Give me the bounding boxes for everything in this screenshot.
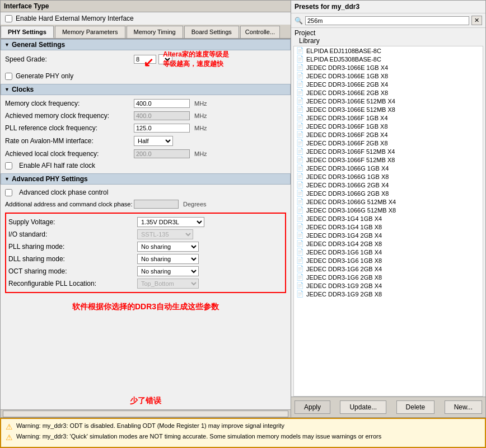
preset-item[interactable]: 📄ELPIDA EDJ5308BASE-8C	[294, 55, 483, 63]
file-icon: 📄	[296, 114, 304, 121]
advanced-clock-row: Advanced clock phase control	[1, 187, 291, 198]
advanced-clock-checkbox[interactable]	[5, 189, 12, 196]
presets-list: 📄ELPIDA EDJ1108BASE-8C📄ELPIDA EDJ5308BAS…	[293, 46, 483, 397]
file-icon: 📄	[296, 72, 304, 79]
preset-item[interactable]: 📄JEDEC DDR3-1066E 1GB X8	[294, 72, 483, 80]
search-row: 🔍 ✕	[291, 13, 485, 28]
delete-button[interactable]: Delete	[396, 400, 435, 414]
preset-item[interactable]: 📄JEDEC DDR3-1066E 2GB X8	[294, 88, 483, 97]
file-icon: 📄	[296, 148, 304, 155]
pll-sharing-select[interactable]: No sharing	[137, 242, 199, 252]
clocks-header: Clocks	[1, 84, 291, 95]
achieved-local-unit: MHz	[194, 150, 207, 157]
preset-item[interactable]: 📄JEDEC DDR3-1066F 2GB X8	[294, 139, 483, 147]
preset-item[interactable]: 📄JEDEC DDR3-1066G 512MB X8	[294, 206, 483, 214]
speed-grade-input[interactable]	[134, 55, 156, 64]
speed-grade-row: Speed Grade: ▼ ↙ Altera家的速度等级是 等级越高，速度越快	[1, 53, 291, 66]
right-panel: Presets for my_ddr3 🔍 ✕ Project Library …	[291, 0, 486, 418]
achieved-local-row: Achieved local clock frequency: MHz	[1, 148, 291, 160]
preset-item[interactable]: 📄JEDEC DDR3-1G4 1GB X8	[294, 223, 483, 231]
afi-checkbox[interactable]	[5, 162, 12, 169]
memory-clock-input[interactable]	[134, 99, 190, 108]
preset-item[interactable]: 📄JEDEC DDR3-1066F 512MB X8	[294, 155, 483, 164]
preset-item[interactable]: 📄JEDEC DDR3-1G6 1GB X8	[294, 256, 483, 265]
rate-row: Rate on Avalon-MM interface: Half Full	[1, 134, 291, 148]
achieved-memory-clock-row: Achieved memory clock frequency: MHz	[1, 110, 291, 122]
file-icon: 📄	[296, 215, 304, 222]
file-icon: 📄	[296, 265, 304, 272]
achieved-memory-clock-input	[134, 111, 190, 120]
tab-board-settings[interactable]: Board Settings	[184, 26, 239, 38]
search-input[interactable]	[305, 16, 469, 25]
library-label: Library	[295, 37, 482, 45]
preset-item[interactable]: 📄JEDEC DDR3-1066F 1GB X4	[294, 114, 483, 122]
preset-item[interactable]: 📄JEDEC DDR3-1066G 2GB X8	[294, 189, 483, 197]
preset-item[interactable]: 📄JEDEC DDR3-1G6 2GB X8	[294, 273, 483, 281]
preset-item[interactable]: 📄JEDEC DDR3-1066G 1GB X4	[294, 164, 483, 172]
tab-controller[interactable]: Controlle...	[240, 26, 280, 38]
dll-sharing-select[interactable]: No sharing	[137, 254, 199, 264]
file-icon: 📄	[296, 106, 304, 113]
preset-item[interactable]: 📄JEDEC DDR3-1066G 1GB X8	[294, 172, 483, 181]
generate-phy-checkbox[interactable]	[5, 73, 12, 80]
preset-item[interactable]: 📄JEDEC DDR3-1G9 2GB X8	[294, 290, 483, 298]
apply-button[interactable]: Apply	[295, 400, 330, 414]
preset-item[interactable]: 📄JEDEC DDR3-1066E 512MB X4	[294, 97, 483, 105]
update-button[interactable]: Update...	[340, 400, 386, 414]
preset-item[interactable]: 📄JEDEC DDR3-1G6 1GB X4	[294, 248, 483, 256]
tab-memory-parameters[interactable]: Memory Parameters	[55, 26, 125, 38]
h-scrollbar[interactable]	[1, 409, 291, 417]
search-clear-button[interactable]: ✕	[471, 16, 482, 25]
file-icon: 📄	[296, 81, 304, 88]
tab-phy-settings[interactable]: PHY Settings	[1, 26, 54, 38]
general-settings-header: General Settings	[1, 39, 291, 50]
file-icon: 📄	[296, 273, 304, 281]
rate-select[interactable]: Half Full	[134, 136, 173, 146]
preset-item[interactable]: 📄JEDEC DDR3-1066E 1GB X4	[294, 63, 483, 72]
preset-item[interactable]: 📄JEDEC DDR3-1066E 2GB X4	[294, 80, 483, 88]
preset-item[interactable]: 📄JEDEC DDR3-1066F 512MB X4	[294, 147, 483, 155]
preset-item[interactable]: 📄JEDEC DDR3-1066G 512MB X4	[294, 197, 483, 206]
io-standard-select[interactable]: SSTL-135	[137, 229, 193, 239]
file-icon: 📄	[296, 156, 304, 163]
file-icon: 📄	[296, 122, 304, 130]
file-icon: 📄	[296, 131, 304, 138]
h-scroll-thumb[interactable]	[3, 411, 288, 417]
preset-item[interactable]: 📄JEDEC DDR3-1G9 2GB X4	[294, 281, 483, 290]
file-icon: 📄	[296, 198, 304, 205]
reconf-pll-row: Reconfigurable PLL Location: Top_Bottom	[8, 277, 283, 290]
enable-checkbox[interactable]	[5, 15, 12, 22]
memory-clock-row: Memory clock frequency: MHz	[1, 97, 291, 110]
supply-voltage-select[interactable]: 1.35V DDR3L 1.5V DDR3	[137, 217, 204, 227]
new-button[interactable]: New...	[445, 400, 482, 414]
file-icon: 📄	[296, 257, 304, 264]
pll-ref-input[interactable]	[134, 124, 190, 133]
file-icon: 📄	[296, 55, 304, 63]
afi-row: Enable AFI half rate clock	[1, 160, 291, 171]
advanced-phy-section: Advanced PHY Settings Advanced clock pha…	[1, 173, 291, 314]
presets-buttons: Apply Update... Delete New...	[291, 397, 485, 417]
oct-sharing-label: OCT sharing mode:	[8, 267, 137, 275]
pll-ref-row: PLL reference clock frequency: MHz	[1, 122, 291, 134]
preset-item[interactable]: 📄JEDEC DDR3-1066F 1GB X8	[294, 122, 483, 130]
warning-text-1: Warning: my_ddr3: ODT is disabled. Enabl…	[16, 422, 284, 429]
preset-item[interactable]: 📄ELPIDA EDJ1108BASE-8C	[294, 46, 483, 55]
reconf-pll-select[interactable]: Top_Bottom	[137, 279, 199, 289]
preset-item[interactable]: 📄JEDEC DDR3-1G6 2GB X4	[294, 265, 483, 273]
preset-item[interactable]: 📄JEDEC DDR3-1066E 512MB X8	[294, 105, 483, 114]
preset-item[interactable]: 📄JEDEC DDR3-1G4 2GB X8	[294, 239, 483, 248]
preset-item[interactable]: 📄JEDEC DDR3-1G4 2GB X4	[294, 231, 483, 239]
preset-item[interactable]: 📄JEDEC DDR3-1066F 2GB X4	[294, 130, 483, 139]
file-icon: 📄	[296, 173, 304, 180]
file-icon: 📄	[296, 139, 304, 147]
file-icon: 📄	[296, 290, 304, 298]
file-icon: 📄	[296, 282, 304, 289]
tabs-row: PHY Settings Memory Parameters Memory Ti…	[1, 25, 291, 39]
preset-item[interactable]: 📄JEDEC DDR3-1G4 1GB X4	[294, 214, 483, 223]
speed-grade-select[interactable]: ▼	[158, 54, 172, 64]
oct-sharing-select[interactable]: No sharing	[137, 266, 199, 276]
warning-icon-1: ⚠	[6, 422, 13, 431]
tab-memory-timing[interactable]: Memory Timing	[127, 26, 183, 38]
preset-item[interactable]: 📄JEDEC DDR3-1066G 2GB X4	[294, 181, 483, 189]
achieved-local-input	[134, 149, 190, 158]
